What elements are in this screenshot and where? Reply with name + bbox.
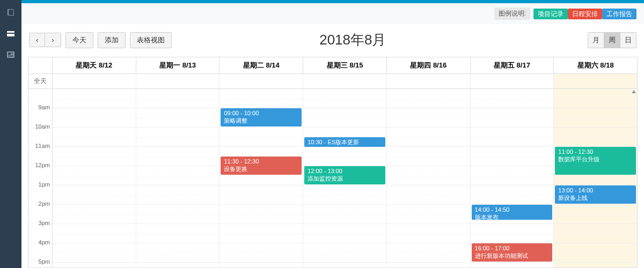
hour-cell[interactable] <box>53 263 136 267</box>
hour-cell[interactable] <box>554 128 637 147</box>
hour-cell[interactable] <box>387 205 470 224</box>
view-day[interactable]: 日 <box>620 32 636 48</box>
day-column[interactable]: 11:00 - 12:30数据库平台升级13:00 - 14:00新设备上线 <box>554 89 637 267</box>
hour-cell[interactable] <box>554 205 637 224</box>
hour-cell[interactable] <box>387 147 470 166</box>
day-column[interactable] <box>136 89 220 267</box>
hour-cell[interactable] <box>471 166 554 185</box>
day-header[interactable]: 星期二 8/14 <box>219 57 303 73</box>
legend-badge[interactable]: 日程安排 <box>568 9 602 19</box>
prev-button[interactable]: ‹ <box>29 33 45 47</box>
hour-cell[interactable] <box>471 224 554 243</box>
hour-cell[interactable] <box>303 263 386 267</box>
hour-cell[interactable] <box>471 147 554 166</box>
today-button[interactable]: 今天 <box>65 32 93 48</box>
hour-cell[interactable] <box>303 108 386 128</box>
hour-cell[interactable] <box>53 166 136 185</box>
hour-cell[interactable] <box>136 243 219 263</box>
hour-cell[interactable] <box>471 89 554 108</box>
hour-cell[interactable] <box>136 185 219 205</box>
grid[interactable]: 9am10am11am12pm1pm2pm3pm4pm5pm 09:00 - 1… <box>28 89 637 267</box>
hour-cell[interactable] <box>219 205 303 224</box>
hour-cell[interactable] <box>471 263 554 267</box>
hour-cell[interactable] <box>554 224 637 243</box>
hour-cell[interactable] <box>387 89 470 108</box>
hour-cell[interactable] <box>387 243 470 263</box>
day-column[interactable]: 10:30 - ES版本更新12:00 - 13:00添加监控资源 <box>303 89 387 267</box>
hour-cell[interactable] <box>387 128 470 147</box>
hour-cell[interactable] <box>471 128 554 147</box>
hour-cell[interactable] <box>219 224 303 243</box>
hour-cell[interactable] <box>136 128 219 147</box>
calendar-event[interactable]: 10:30 - ES版本更新 <box>304 137 385 147</box>
news-icon[interactable] <box>6 51 15 58</box>
day-header[interactable]: 星期天 8/12 <box>53 57 136 73</box>
hour-cell[interactable] <box>136 166 219 185</box>
day-header[interactable]: 星期六 8/18 <box>554 57 637 73</box>
hour-cell[interactable] <box>303 147 386 166</box>
hour-cell[interactable] <box>303 185 386 205</box>
hour-cell[interactable] <box>136 263 219 267</box>
hour-cell[interactable] <box>219 89 303 108</box>
book-icon[interactable] <box>6 8 15 17</box>
next-button[interactable]: › <box>45 33 61 47</box>
hour-cell[interactable] <box>219 185 303 205</box>
hour-cell[interactable] <box>136 108 219 128</box>
view-week[interactable]: 周 <box>604 32 620 48</box>
hour-cell[interactable] <box>53 205 136 224</box>
hour-cell[interactable] <box>136 147 219 166</box>
allday-cell[interactable] <box>136 74 220 88</box>
card-icon[interactable] <box>6 30 15 38</box>
allday-cell[interactable] <box>303 74 387 88</box>
allday-cell[interactable] <box>387 74 471 88</box>
day-header[interactable]: 星期一 8/13 <box>136 57 220 73</box>
hour-cell[interactable] <box>136 89 219 108</box>
calendar-event[interactable]: 09:00 - 10:00策略调整 <box>221 108 302 126</box>
hour-cell[interactable] <box>136 205 219 224</box>
hour-cell[interactable] <box>219 128 303 147</box>
day-header[interactable]: 星期三 8/15 <box>303 57 387 73</box>
hour-cell[interactable] <box>219 243 303 263</box>
view-month[interactable]: 月 <box>588 32 604 48</box>
hour-cell[interactable] <box>53 108 136 128</box>
hour-cell[interactable] <box>303 205 386 224</box>
hour-cell[interactable] <box>471 185 554 205</box>
calendar-event[interactable]: 16:00 - 17:00进行新版本功能测试 <box>472 243 553 262</box>
hour-cell[interactable] <box>136 224 219 243</box>
day-header[interactable]: 星期五 8/17 <box>471 57 554 73</box>
calendar-event[interactable]: 12:00 - 13:00添加监控资源 <box>304 166 385 184</box>
hour-cell[interactable] <box>387 108 470 128</box>
day-column[interactable]: 09:00 - 10:00策略调整11:30 - 12:30设备更换 <box>219 89 303 267</box>
allday-cell[interactable] <box>219 74 303 88</box>
day-column[interactable] <box>53 89 136 267</box>
hour-cell[interactable] <box>53 224 136 243</box>
hour-cell[interactable] <box>554 108 637 128</box>
hour-cell[interactable] <box>387 166 470 185</box>
allday-cell[interactable] <box>471 74 554 88</box>
calendar-event[interactable]: 14:00 - 14:50版本发布 <box>472 205 553 220</box>
calendar-event[interactable]: 13:00 - 14:00新设备上线 <box>555 185 636 204</box>
hour-cell[interactable] <box>471 108 554 128</box>
hour-cell[interactable] <box>219 263 303 267</box>
hour-cell[interactable] <box>387 224 470 243</box>
legend-badge[interactable]: 工作报告 <box>602 9 636 19</box>
add-button[interactable]: 添加 <box>98 32 126 48</box>
hour-cell[interactable] <box>554 89 637 108</box>
allday-cell[interactable] <box>53 74 136 88</box>
hour-cell[interactable] <box>387 185 470 205</box>
hour-cell[interactable] <box>53 147 136 166</box>
hour-cell[interactable] <box>554 243 637 263</box>
hour-cell[interactable] <box>53 185 136 205</box>
hour-cell[interactable] <box>303 224 386 243</box>
day-column[interactable] <box>387 89 471 267</box>
day-column[interactable]: 14:00 - 14:50版本发布16:00 - 17:00进行新版本功能测试 <box>471 89 554 267</box>
hour-cell[interactable] <box>554 263 637 267</box>
day-header[interactable]: 星期四 8/16 <box>387 57 471 73</box>
calendar-event[interactable]: 11:30 - 12:30设备更换 <box>221 157 302 175</box>
hour-cell[interactable] <box>53 128 136 147</box>
hour-cell[interactable] <box>387 263 470 267</box>
calendar-event[interactable]: 11:00 - 12:30数据库平台升级 <box>555 147 636 175</box>
legend-badge[interactable]: 项目记录 <box>533 9 568 19</box>
hour-cell[interactable] <box>303 243 386 263</box>
hour-cell[interactable] <box>53 243 136 263</box>
